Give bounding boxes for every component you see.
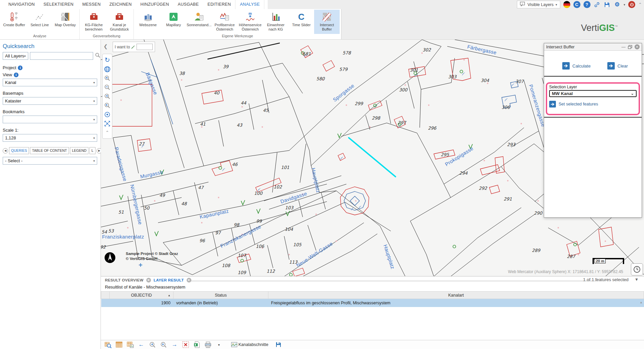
menu-tab-ausgabe[interactable]: AUSGABE [174, 0, 203, 9]
column-header-kanalart[interactable]: Kanalart [268, 292, 644, 299]
tabs-scroll-left-icon[interactable]: ◀ [3, 148, 8, 154]
save-results-icon[interactable] [275, 341, 282, 348]
tool-sonnenstand-[interactable]: Sonnenstand... [186, 10, 212, 34]
time-slider-clock-icon[interactable] [631, 263, 643, 275]
print-icon[interactable] [204, 341, 212, 348]
tool-mapillary[interactable]: Mapillary [161, 10, 186, 34]
tool-h-henservice-sterreich[interactable]: mHöhenservice Österreich [237, 10, 263, 34]
print-options-chevron-icon[interactable]: ▾ [215, 341, 223, 348]
panel-titlebar[interactable]: Intersect Buffer — ✕ [544, 43, 642, 51]
tool-map-overlay[interactable]: Map Overlay [52, 10, 78, 34]
query-select[interactable]: - Select -▾ [3, 157, 97, 165]
export-excel-icon[interactable] [193, 341, 200, 348]
tool-webszene[interactable]: Webszene [135, 10, 161, 34]
help-icon[interactable]: ? [583, 1, 591, 8]
collapse-results-icon[interactable]: ▼ [635, 277, 639, 282]
column-header-status[interactable]: Status [174, 292, 268, 299]
kanalabschnitte-button[interactable]: Kanalabschnitte [231, 342, 268, 347]
sidebar-tab-l[interactable]: L [89, 147, 96, 154]
scale-select[interactable]: 1,128▾ [3, 134, 97, 142]
zoom-previous-result-icon[interactable] [149, 341, 156, 348]
search-layer-filter-select[interactable]: All Layers▾ [3, 52, 28, 60]
menu-tab-navigation[interactable]: NAVIGATION [4, 0, 39, 9]
project-info-icon[interactable]: i [18, 66, 23, 70]
table-view-icon[interactable] [115, 341, 123, 348]
parcel-number: 39 [223, 64, 229, 69]
table-scroll-up-icon[interactable]: ▲ [640, 301, 643, 304]
menu-tab-zeichnen[interactable]: ZEICHNEN [105, 0, 136, 9]
results-panel: RESULT OVERVIEW✕LAYER RESULT✕ 1 of 1 fea… [101, 276, 644, 340]
menu-tab-messen[interactable]: MESSEN [78, 0, 105, 9]
tool-profilservice-sterreich[interactable]: Profilservice Österreich [212, 10, 237, 34]
selection-layer-select[interactable]: MW Kanal ⌄ [549, 90, 637, 97]
view-info-icon[interactable]: i [14, 73, 18, 77]
i-want-to-input[interactable] [137, 44, 153, 50]
tool-label: Höhenservice Österreich [238, 23, 263, 31]
i-want-to-menu[interactable]: I want to [113, 42, 155, 52]
link-icon[interactable] [594, 1, 601, 8]
next-result-icon[interactable]: → [171, 341, 178, 348]
zoom-in-icon[interactable] [103, 74, 112, 83]
view-select[interactable]: Kanal▾ [3, 79, 97, 86]
collapse-ribbon-icon[interactable]: ⌃ [638, 2, 642, 7]
sidebar-tab-table-of-content[interactable]: TABLE OF CONTENT [30, 147, 69, 154]
bookmarks-select[interactable]: ▾ [3, 116, 97, 123]
tool-time-slider[interactable]: CTime Slider [289, 10, 314, 34]
row-selector[interactable] [101, 299, 110, 307]
settings-chevron-icon[interactable]: ▾ [624, 3, 626, 6]
locate-icon[interactable] [103, 110, 112, 119]
parcel-number: 40 [214, 90, 220, 95]
save-icon[interactable] [604, 1, 611, 8]
zoom-next-result-icon[interactable] [160, 341, 167, 348]
close-tab-icon[interactable]: ✕ [187, 278, 191, 282]
parcel-number: 578 [343, 50, 352, 55]
refresh-icon[interactable]: ↻ [103, 55, 112, 64]
zoom-previous-icon[interactable] [103, 92, 112, 101]
search-icon[interactable] [95, 52, 101, 59]
zoom-out-icon[interactable] [103, 83, 112, 92]
basemaps-select[interactable]: Kataster▾ [3, 97, 97, 105]
parcel-number: 38 [179, 71, 185, 76]
menu-tab-analyse[interactable]: ANALYSE [235, 0, 264, 9]
previous-result-icon[interactable]: ← [138, 341, 145, 348]
results-toolbar: ← → ▾ Kanalabschnitte [101, 340, 644, 349]
tool-intersect-buffer[interactable]: Intersect Buffer [314, 10, 340, 34]
zoom-next-icon[interactable] [103, 101, 112, 110]
tool-create-buffer[interactable]: Create Buffer [1, 10, 27, 34]
minimize-icon[interactable]: — [621, 45, 626, 49]
menu-tab-hinzufügen[interactable]: HINZUFÜGEN [136, 0, 174, 9]
menu-tab-editieren[interactable]: EDITIEREN [203, 0, 235, 9]
language-flag-icon[interactable] [563, 1, 570, 8]
menu-tab-selektieren[interactable]: SELEKTIEREN [39, 0, 78, 9]
power-logout-icon[interactable] [628, 1, 635, 8]
result-tab-layer-result[interactable]: LAYER RESULT [154, 278, 184, 282]
settings-gear-icon[interactable]: ⚙ [614, 1, 621, 8]
result-tab-result-overview[interactable]: RESULT OVERVIEW [105, 278, 144, 282]
tool-kanal-je-grundst-ck[interactable]: Kanal je Grundstück [107, 10, 132, 34]
clear-selection-icon[interactable] [182, 341, 189, 348]
tool-kg-fl-che-berechnen[interactable]: KG-Fläche berechnen [81, 10, 107, 34]
table-report-icon[interactable] [126, 341, 134, 348]
tool-select-line[interactable]: Select Line [27, 10, 52, 34]
collapse-sidebar-icon[interactable]: ❮ [102, 42, 109, 50]
close-tab-icon[interactable]: ✕ [146, 278, 151, 282]
tool-einwohner-nach-kg[interactable]: Einwohner nach KG [263, 10, 289, 34]
compass-north-icon[interactable] [104, 252, 116, 265]
clear-button[interactable]: Clear [607, 62, 628, 70]
intersect-icon [322, 11, 332, 23]
sidebar-tab-legend[interactable]: LEGEND [70, 147, 88, 154]
close-icon[interactable]: ✕ [635, 44, 640, 49]
set-selected-features-button[interactable]: Set selected features [549, 101, 637, 107]
toolbar-collapse-icon[interactable]: ⌃ [103, 128, 112, 137]
search-input[interactable] [30, 52, 93, 60]
full-extent-icon[interactable] [103, 119, 112, 128]
popout-icon[interactable] [628, 45, 632, 49]
copyright-icon[interactable]: C [573, 1, 580, 8]
zoom-to-results-icon[interactable] [104, 341, 112, 348]
globe-home-icon[interactable] [103, 64, 112, 74]
sidebar-tab-queries[interactable]: QUERIES [9, 147, 29, 154]
column-header-objectid[interactable]: OBJECTID▲ [110, 292, 174, 299]
visible-layers-button[interactable]: i Visible Layers ▾ [517, 1, 560, 8]
calculate-button[interactable]: Calculate [562, 62, 591, 70]
table-row[interactable]: 1900vorhanden (in Betrieb)Freispiegelabf… [101, 299, 644, 307]
